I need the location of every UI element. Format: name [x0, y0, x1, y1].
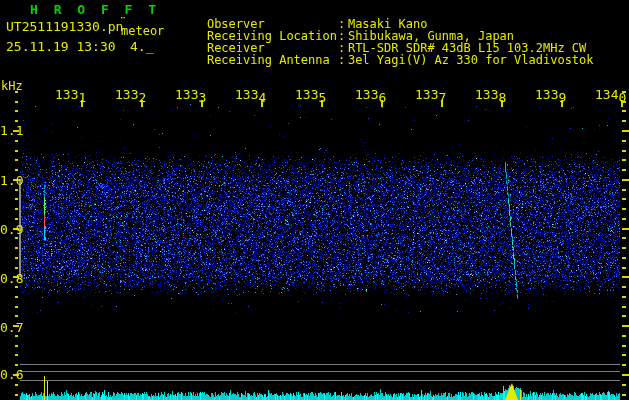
- freq-label: 0.8: [0, 271, 14, 286]
- time-label: 1331: [55, 87, 86, 102]
- datetime: 25.11.19 13:30: [6, 39, 116, 54]
- mode-label: meteor: [121, 24, 164, 38]
- freq-label: 0.6: [0, 367, 14, 382]
- freq-label: 1.1: [0, 123, 14, 138]
- freq-label: 0.9: [0, 222, 14, 237]
- colon: :: [338, 53, 348, 67]
- echo-counter: 4._: [130, 39, 153, 54]
- time-label: 1339: [535, 87, 566, 102]
- antenna-label: Receiving Antenna: [207, 53, 338, 67]
- freq-unit-label: kHz: [1, 79, 23, 93]
- freq-label: 0.7: [0, 320, 14, 335]
- hrofft-screen: H R O F F T UT2511191330.pn ¨ meteor 25.…: [0, 0, 629, 400]
- freq-label: 1.0: [0, 173, 14, 188]
- filename: UT2511191330.pn: [6, 19, 123, 34]
- time-label: 1340: [595, 87, 626, 102]
- antenna-value: 3el Yagi(V) Az 330 for Vladivostok: [348, 53, 594, 67]
- time-label: 1336: [355, 87, 386, 102]
- time-label: 1334: [235, 87, 266, 102]
- time-label: 1338: [475, 87, 506, 102]
- time-label: 1335: [295, 87, 326, 102]
- time-label: 1337: [415, 87, 446, 102]
- antenna-row: Receiving Antenna:3el Yagi(V) Az 330 for…: [178, 39, 594, 81]
- time-label: 1332: [115, 87, 146, 102]
- app-title: H R O F F T: [30, 2, 160, 17]
- time-label: 1333: [175, 87, 206, 102]
